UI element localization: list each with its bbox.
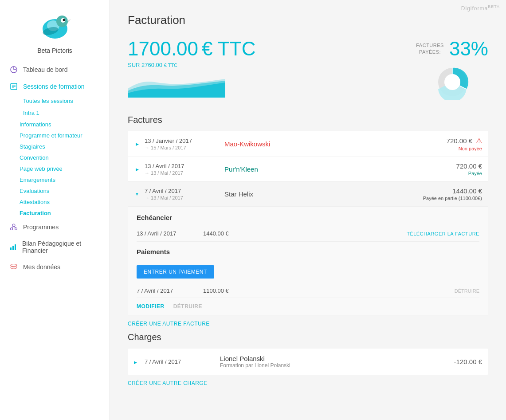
sidebar-item-intra-1[interactable]: Intra 1 [9,107,110,119]
svg-line-18 [12,227,14,228]
factures-title: Factures [128,115,488,125]
sidebar-item-mes-donnees[interactable]: Mes données [0,259,110,275]
paiement-row-1: 7 / Avril / 2017 1100.00 € DÉTRUIRE [137,284,479,298]
sidebar-item-evaluations[interactable]: Evaluations [0,185,110,196]
facture-detail-3: Echéancier 13 / Avril / 2017 1440.00 € T… [128,206,488,315]
sidebar-item-emargements[interactable]: Emargements [0,174,110,185]
facture-date-main-1: 13 / Janvier / 2017 [145,137,216,144]
stat-sub: SUR 2760.00 € TTC [128,62,389,68]
facture-row-header-2[interactable]: 13 / Avril / 2017 → 13 / Mai / 2017 Pur'… [128,157,488,181]
charge-row-1[interactable]: 7 / Avril / 2017 Lionel Polanski Formati… [128,349,488,375]
org-name: Beta Pictoris [37,47,72,54]
toggle-icon-3 [134,191,140,197]
sidebar-item-programmes[interactable]: Programmes [0,219,110,236]
percent-value: 33% [449,38,488,60]
facture-status-2: Payée [456,171,482,176]
facture-date-main-2: 13 / Avril / 2017 [145,163,216,169]
facture-amount-block-3: 1440.00 € Payée en partie (1100.00€) [423,187,482,201]
svg-point-17 [15,228,17,230]
svg-rect-20 [10,247,12,250]
charges-title: Charges [128,332,488,342]
charge-date-1: 7 / Avril / 2017 [145,358,211,365]
enter-paiement-button[interactable]: ENTRER UN PAIEMENT [137,265,214,279]
sidebar-item-convention[interactable]: Convention [0,152,110,163]
sidebar-label-donnees: Mes données [23,263,60,271]
sidebar-item-sessions[interactable]: Sessions de formation [0,78,110,95]
svg-rect-22 [15,244,16,250]
stat-percent-block: FACTURES PAYÉES: 33% [416,38,488,102]
facture-row-header-1[interactable]: 13 / Janvier / 2017 → 15 / Mars / 2017 M… [128,131,488,157]
percent-label: FACTURES PAYÉES: [416,42,444,56]
sessions-icon [9,82,19,90]
facture-actions-3: MODIFIER DÉTRUIRE [137,298,479,315]
sidebar-item-informations[interactable]: Informations [0,119,110,130]
charge-client-sub-1: Formation par Lionel Polanski [220,362,454,369]
create-facture-link[interactable]: CRÉER UNE AUTRE FACTURE [128,321,488,327]
factures-list: 13 / Janvier / 2017 → 15 / Mars / 2017 M… [128,131,488,315]
sidebar-label-sessions: Sessions de formation [23,83,85,90]
facture-date-sub-1: → 15 / Mars / 2017 [145,145,216,150]
paiements-title: Paiements [137,248,479,255]
facture-date-main-3: 7 / Avril / 2017 [145,188,216,194]
sidebar: Beta Pictoris Tableau de bord Sessions d… [0,0,110,420]
facture-client-3: Star Helix [216,190,423,198]
sidebar-label-programmes: Programmes [23,224,59,231]
facture-row-header-3[interactable]: 7 / Avril / 2017 → 13 / Mai / 2017 Star … [128,182,488,206]
paid-currency: € TTC [202,38,255,60]
sidebar-item-tableau-de-bord[interactable]: Tableau de bord [0,61,110,78]
echeancier-row-1: 13 / Avril / 2017 1440.00 € TÉLÉCHARGER … [137,226,479,242]
facture-status-3: Payée en partie (1100.00€) [423,196,482,201]
detruire-button[interactable]: DÉTRUIRE [173,303,202,310]
charge-client-name-1: Lionel Polanski [220,355,454,362]
svg-point-15 [12,224,15,227]
brand-badge: DigiformaBETA [461,4,500,12]
warning-icon-1: ⚠ [476,137,482,145]
charges-list: 7 / Avril / 2017 Lionel Polanski Formati… [128,349,488,375]
svg-line-19 [14,227,16,228]
facture-amount-2: 720.00 € [456,162,482,170]
svg-rect-21 [12,246,14,250]
facture-client-2: Pur'n'Kleen [216,165,456,173]
create-charge-link[interactable]: CRÉER UNE AUTRE CHARGE [128,380,488,386]
pie-chart [435,64,470,102]
sidebar-item-programme[interactable]: Programme et formateur [0,130,110,141]
sidebar-item-facturation[interactable]: Facturation [0,208,110,219]
paiement-amount-1: 1100.00 € [203,287,455,294]
echeancier-date-1: 13 / Avril / 2017 [137,230,203,237]
bilan-icon [9,243,18,251]
sidebar-item-toutes-sessions[interactable]: Toutes les sessions [9,95,110,107]
bar-chart-area [128,75,389,102]
modifier-button[interactable]: MODIFIER [137,303,165,310]
toggle-icon-2 [134,166,140,173]
charge-toggle-1 [134,359,140,365]
sidebar-item-attestations[interactable]: Attestations [0,196,110,208]
paid-amount: 1700.00 [128,38,198,60]
main-content: Facturation 1700.00 € TTC SUR 2760.00 € … [110,0,506,420]
sidebar-item-bilan[interactable]: Bilan Pédagogique et Financier [0,236,110,259]
charge-amount-1: -120.00 € [454,358,482,365]
sidebar-label-tableau: Tableau de bord [23,66,67,73]
toggle-icon-1 [134,141,140,147]
svg-marker-6 [67,19,71,22]
page-title: Facturation [128,13,488,27]
facture-row-1: 13 / Janvier / 2017 → 15 / Mars / 2017 M… [128,131,488,157]
facture-date-sub-3: → 13 / Mai / 2017 [145,195,216,200]
logo-area: Beta Pictoris [37,0,73,61]
facture-date-sub-2: → 13 / Mai / 2017 [145,170,216,176]
svg-point-23 [11,264,17,267]
facture-amount-1: 720.00 € [447,137,472,145]
svg-point-16 [11,228,13,230]
telecharger-facture-btn[interactable]: TÉLÉCHARGER LA FACTURE [407,231,479,236]
sessions-subnav: Toutes les sessions Intra 1 [0,95,110,119]
paiements-section: Paiements ENTRER UN PAIEMENT 7 / Avril /… [137,248,479,298]
sidebar-label-bilan: Bilan Pédagogique et Financier [22,240,101,254]
stats-row: 1700.00 € TTC SUR 2760.00 € TTC [128,38,488,102]
facture-amount-block-2: 720.00 € Payée [456,162,482,176]
stat-amount-block: 1700.00 € TTC SUR 2760.00 € TTC [128,38,389,102]
sidebar-item-stagiaires[interactable]: Stagiaires [0,141,110,152]
echeancier-title: Echéancier [137,214,479,221]
echeancier-amount-1: 1440.00 € [203,230,407,237]
sidebar-item-page-web[interactable]: Page web privée [0,163,110,174]
paiement-destroy-btn-1[interactable]: DÉTRUIRE [455,288,479,294]
logo-icon [37,9,73,44]
